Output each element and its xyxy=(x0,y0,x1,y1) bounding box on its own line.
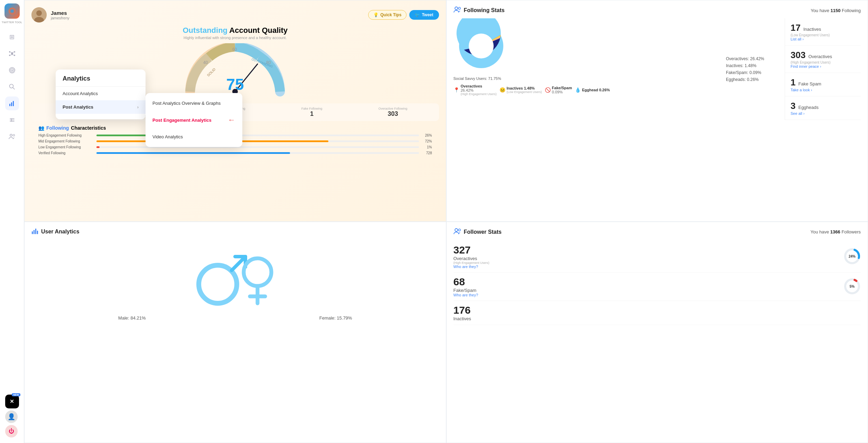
gauge-svg: 20 40 60 80 SOLID OUTSTANDING 75 xyxy=(183,43,287,99)
sidebar-item-lists[interactable] xyxy=(5,113,19,127)
follower-inactives: 176 Inactives xyxy=(454,301,861,325)
female-stat: Female: 15.79% xyxy=(319,315,352,321)
submenu-overview[interactable]: Post Analytics Overview & Graphs xyxy=(146,96,242,111)
user-analytics-panel: User Analytics Male: 84.21% xyxy=(24,222,446,443)
post-analytics-submenu[interactable]: Post Analytics Overview & Graphs Post En… xyxy=(146,93,242,147)
svg-text:60: 60 xyxy=(232,47,237,52)
svg-rect-17 xyxy=(13,101,14,106)
svg-point-48 xyxy=(244,258,271,286)
quality-title: Outstanding Account Quality xyxy=(31,26,439,35)
type-badges: 📍 Overactives 26.42% (High Engagement Us… xyxy=(454,84,723,96)
quality-subtitle: Highly influential with strong presence … xyxy=(31,36,439,40)
follower-inactives-count: 176 Inactives xyxy=(454,304,471,321)
svg-rect-15 xyxy=(9,104,10,106)
sidebar-power-icon[interactable]: ⏻ xyxy=(5,425,18,437)
following-pie-chart xyxy=(454,18,509,74)
svg-rect-16 xyxy=(11,102,12,106)
svg-point-0 xyxy=(9,8,16,15)
following-count-label: You have 1150 Following xyxy=(811,8,861,13)
svg-rect-41 xyxy=(34,230,35,234)
legend-overactives: Overactives: 26.42% xyxy=(726,56,781,61)
take-a-look-link[interactable]: Take a look › xyxy=(791,88,855,92)
follower-stats-title-area: Follower Stats xyxy=(454,228,502,237)
sidebar-user-avatar[interactable]: 👤 xyxy=(5,410,18,423)
svg-point-52 xyxy=(458,229,460,231)
stats-overactives: 303 Overactives (High Engagement Users) … xyxy=(785,46,861,73)
overactives-link[interactable]: Who are they? xyxy=(454,265,489,269)
stats-fake-spam: 1 Fake Spam Take a look › xyxy=(785,73,861,96)
badge-overactives: 📍 Overactives 26.42% (High Engagement Us… xyxy=(454,84,497,96)
svg-point-39 xyxy=(469,34,494,58)
sidebar-bottom: ✕ NEW 👤 ⏻ xyxy=(5,393,19,440)
analytics-menu-account[interactable]: Account Analytics xyxy=(56,87,146,100)
following-stats-panel: Following Stats You have 1150 Following xyxy=(446,0,868,222)
legend-eggheads: Eggheads: 0.26% xyxy=(726,77,781,82)
sidebar-item-dashboard[interactable]: ⊞ xyxy=(5,30,19,44)
user-info: James jamesfreny xyxy=(51,10,69,20)
chevron-right-icon: › xyxy=(137,104,139,110)
sidebar-item-network[interactable] xyxy=(5,47,19,61)
quick-tips-button[interactable]: 💡 Quick Tips xyxy=(368,10,407,20)
content-grid: James jamesfreny 💡 Quick Tips 🐦 Tweet O xyxy=(24,0,868,443)
follower-stats-icon xyxy=(454,228,461,237)
sidebar-item-people[interactable] xyxy=(5,130,19,144)
stats-inactives: 17 Inactives (Low Engagement Users) List… xyxy=(785,18,861,46)
quality-title-rest: Account Quality xyxy=(229,26,288,35)
following-stats-title: Following Stats xyxy=(464,7,505,13)
svg-point-36 xyxy=(455,7,458,10)
user-header: James jamesfreny 💡 Quick Tips 🐦 Tweet xyxy=(31,7,439,22)
arrow-left-icon: ← xyxy=(228,116,235,124)
stats-eggheads: 3 Eggheads See all › xyxy=(785,96,861,120)
account-quality-panel: James jamesfreny 💡 Quick Tips 🐦 Tweet O xyxy=(24,0,446,222)
follower-stats-title: Follower Stats xyxy=(464,229,502,235)
follower-fake-count: 68 Fake/Spam Who are they? xyxy=(454,276,478,297)
svg-point-12 xyxy=(11,70,13,71)
stat-overactive: Overactive Following 303 xyxy=(379,107,408,118)
svg-rect-40 xyxy=(32,231,33,234)
svg-point-37 xyxy=(458,7,460,9)
find-inner-peace-link[interactable]: Find inner peace › xyxy=(791,64,855,68)
sidebar-item-search[interactable] xyxy=(5,80,19,94)
sidebar-item-target[interactable] xyxy=(5,63,19,77)
follower-fake: 68 Fake/Spam Who are they? 5% xyxy=(454,273,861,301)
list-all-link[interactable]: List all › xyxy=(791,37,855,41)
submenu-engagement[interactable]: Post Engagement Analytics ← xyxy=(146,111,242,129)
svg-point-22 xyxy=(10,134,12,136)
see-all-link[interactable]: See all › xyxy=(791,111,855,116)
app-logo xyxy=(4,3,20,19)
analytics-menu[interactable]: Analytics Account Analytics Post Analyti… xyxy=(56,70,146,119)
user-analytics-title: User Analytics xyxy=(41,229,80,235)
tweet-button[interactable]: 🐦 Tweet xyxy=(409,10,439,20)
user-name: James xyxy=(51,10,69,16)
svg-text:75: 75 xyxy=(226,75,244,93)
follower-stats-header: Follower Stats You have 1366 Followers xyxy=(454,228,861,237)
social-savvy-label: Social Savvy Users: 71.75% xyxy=(454,76,723,81)
analytics-post-label: Post Analytics xyxy=(63,104,93,110)
tweet-icon: 🐦 xyxy=(415,12,420,17)
main-content: James jamesfreny 💡 Quick Tips 🐦 Tweet O xyxy=(24,0,868,443)
submenu-video[interactable]: Video Analytics xyxy=(146,129,242,144)
sidebar-item-x[interactable]: ✕ NEW xyxy=(5,395,19,408)
sidebar-item-analytics[interactable] xyxy=(5,96,19,110)
submenu-video-label: Video Analytics xyxy=(152,134,183,139)
quick-tips-label: Quick Tips xyxy=(380,12,401,17)
analytics-menu-post[interactable]: Post Analytics › xyxy=(56,100,146,114)
quick-tips-icon: 💡 xyxy=(373,12,379,17)
svg-point-51 xyxy=(455,229,458,231)
svg-point-1 xyxy=(11,53,13,55)
fake-donut: 5% xyxy=(843,278,861,295)
follower-overactives-count: 327 Overactives (High Engagement Users) … xyxy=(454,244,489,269)
quality-outstanding: Outstanding xyxy=(183,26,227,35)
legend-fake: Fake/Spam: 0.09% xyxy=(726,70,781,75)
app-name-label: TWITTER TOOL xyxy=(2,21,22,24)
submenu-overview-label: Post Analytics Overview & Graphs xyxy=(152,101,221,106)
header-actions: 💡 Quick Tips 🐦 Tweet xyxy=(368,10,439,20)
male-stat: Male: 84.21% xyxy=(118,315,146,321)
analytics-menu-title: Analytics xyxy=(56,75,146,87)
fake-link[interactable]: Who are they? xyxy=(454,293,478,297)
badge-fake: 🚫 Fake/Spam 0.09% xyxy=(545,84,572,96)
svg-text:SOLID: SOLID xyxy=(206,67,216,77)
char-icon: 👥 xyxy=(38,125,44,131)
follower-count-display: You have 1366 Followers xyxy=(810,229,861,234)
following-stats-icon xyxy=(454,6,461,15)
